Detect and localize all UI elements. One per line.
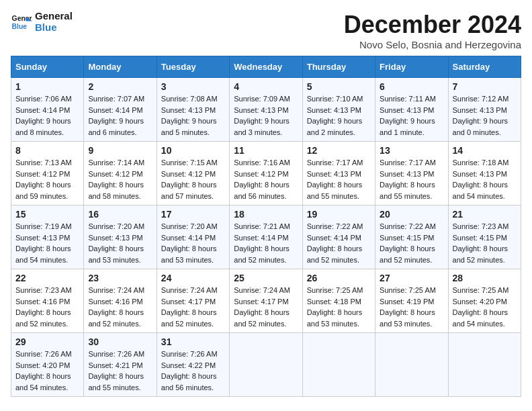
day-number: 17 <box>161 209 225 220</box>
sunset-text: Sunset: 4:21 PM <box>88 361 142 369</box>
sunrise-text: Sunrise: 7:20 AM <box>161 222 218 230</box>
sunset-text: Sunset: 4:20 PM <box>453 298 507 306</box>
sunset-text: Sunset: 4:13 PM <box>453 106 507 114</box>
day-info: Sunrise: 7:17 AM Sunset: 4:13 PM Dayligh… <box>307 157 371 201</box>
sunset-text: Sunset: 4:13 PM <box>307 170 361 178</box>
col-header-saturday: Saturday <box>448 56 521 78</box>
sunrise-text: Sunrise: 7:21 AM <box>234 222 290 230</box>
daylight-text: Daylight: 9 hours and 1 minute. <box>380 117 435 136</box>
day-number: 10 <box>161 145 225 156</box>
sunrise-text: Sunrise: 7:10 AM <box>307 95 363 103</box>
daylight-text: Daylight: 8 hours and 52 minutes. <box>88 308 144 328</box>
col-header-wednesday: Wednesday <box>230 56 302 78</box>
month-title: December 2024 <box>344 11 521 39</box>
day-info: Sunrise: 7:15 AM Sunset: 4:12 PM Dayligh… <box>161 157 225 201</box>
daylight-text: Daylight: 8 hours and 56 minutes. <box>161 372 217 392</box>
sunset-text: Sunset: 4:18 PM <box>307 298 361 306</box>
daylight-text: Daylight: 8 hours and 53 minutes. <box>161 244 217 264</box>
calendar-cell: 30 Sunrise: 7:26 AM Sunset: 4:21 PM Dayl… <box>84 333 157 397</box>
calendar-cell: 25 Sunrise: 7:24 AM Sunset: 4:17 PM Dayl… <box>230 269 302 333</box>
day-info: Sunrise: 7:09 AM Sunset: 4:13 PM Dayligh… <box>234 93 298 138</box>
calendar-cell: 9 Sunrise: 7:14 AM Sunset: 4:12 PM Dayli… <box>84 142 157 205</box>
day-info: Sunrise: 7:25 AM Sunset: 4:19 PM Dayligh… <box>380 285 443 329</box>
day-number: 21 <box>453 209 517 220</box>
sunset-text: Sunset: 4:13 PM <box>307 106 361 114</box>
day-info: Sunrise: 7:26 AM Sunset: 4:20 PM Dayligh… <box>15 349 79 393</box>
day-info: Sunrise: 7:19 AM Sunset: 4:13 PM Dayligh… <box>15 221 79 265</box>
calendar-week-row: 22 Sunrise: 7:23 AM Sunset: 4:16 PM Dayl… <box>11 269 521 333</box>
daylight-text: Daylight: 8 hours and 52 minutes. <box>380 244 435 264</box>
day-number: 19 <box>307 209 371 220</box>
daylight-text: Daylight: 8 hours and 54 minutes. <box>15 372 71 392</box>
col-header-friday: Friday <box>375 56 448 78</box>
day-info: Sunrise: 7:20 AM Sunset: 4:14 PM Dayligh… <box>161 221 225 265</box>
daylight-text: Daylight: 8 hours and 55 minutes. <box>380 181 435 200</box>
svg-text:General: General <box>12 15 32 22</box>
calendar-cell: 14 Sunrise: 7:18 AM Sunset: 4:13 PM Dayl… <box>448 142 521 205</box>
daylight-text: Daylight: 8 hours and 52 minutes. <box>234 308 290 328</box>
day-number: 16 <box>88 209 152 220</box>
day-info: Sunrise: 7:16 AM Sunset: 4:12 PM Dayligh… <box>234 157 298 201</box>
sunrise-text: Sunrise: 7:08 AM <box>161 95 218 103</box>
calendar-cell: 5 Sunrise: 7:10 AM Sunset: 4:13 PM Dayli… <box>302 78 375 142</box>
logo-icon: General Blue <box>11 11 32 33</box>
day-info: Sunrise: 7:22 AM Sunset: 4:14 PM Dayligh… <box>307 221 371 265</box>
sunset-text: Sunset: 4:13 PM <box>380 170 434 178</box>
calendar-cell: 29 Sunrise: 7:26 AM Sunset: 4:20 PM Dayl… <box>11 333 84 397</box>
sunset-text: Sunset: 4:13 PM <box>234 106 288 114</box>
sunrise-text: Sunrise: 7:26 AM <box>161 350 218 358</box>
day-number: 13 <box>380 145 443 156</box>
sunset-text: Sunset: 4:16 PM <box>15 298 70 306</box>
calendar-cell: 2 Sunrise: 7:07 AM Sunset: 4:14 PM Dayli… <box>84 78 157 142</box>
sunset-text: Sunset: 4:13 PM <box>380 106 434 114</box>
day-info: Sunrise: 7:13 AM Sunset: 4:12 PM Dayligh… <box>15 157 79 201</box>
day-info: Sunrise: 7:06 AM Sunset: 4:14 PM Dayligh… <box>15 93 79 138</box>
sunrise-text: Sunrise: 7:24 AM <box>234 286 290 294</box>
sunrise-text: Sunrise: 7:25 AM <box>453 286 509 294</box>
sunrise-text: Sunrise: 7:22 AM <box>380 222 436 230</box>
calendar-cell: 6 Sunrise: 7:11 AM Sunset: 4:13 PM Dayli… <box>375 78 448 142</box>
sunrise-text: Sunrise: 7:07 AM <box>88 95 144 103</box>
day-info: Sunrise: 7:17 AM Sunset: 4:13 PM Dayligh… <box>380 157 443 201</box>
sunset-text: Sunset: 4:12 PM <box>234 170 288 178</box>
sunset-text: Sunset: 4:19 PM <box>380 298 434 306</box>
sunrise-text: Sunrise: 7:12 AM <box>453 95 509 103</box>
calendar-cell: 7 Sunrise: 7:12 AM Sunset: 4:13 PM Dayli… <box>448 78 521 142</box>
day-number: 15 <box>15 209 79 220</box>
sunset-text: Sunset: 4:15 PM <box>380 234 434 242</box>
sunset-text: Sunset: 4:12 PM <box>88 170 142 178</box>
daylight-text: Daylight: 9 hours and 0 minutes. <box>453 117 508 136</box>
day-number: 4 <box>234 81 298 92</box>
sunrise-text: Sunrise: 7:24 AM <box>88 286 144 294</box>
day-info: Sunrise: 7:07 AM Sunset: 4:14 PM Dayligh… <box>88 93 152 138</box>
daylight-text: Daylight: 8 hours and 55 minutes. <box>307 181 363 200</box>
calendar-cell: 28 Sunrise: 7:25 AM Sunset: 4:20 PM Dayl… <box>448 269 521 333</box>
calendar-cell: 31 Sunrise: 7:26 AM Sunset: 4:22 PM Dayl… <box>157 333 229 397</box>
day-number: 22 <box>15 273 79 283</box>
day-info: Sunrise: 7:14 AM Sunset: 4:12 PM Dayligh… <box>88 157 152 201</box>
day-number: 24 <box>161 273 225 283</box>
calendar-cell: 13 Sunrise: 7:17 AM Sunset: 4:13 PM Dayl… <box>375 142 448 205</box>
calendar-table: SundayMondayTuesdayWednesdayThursdayFrid… <box>11 56 521 397</box>
day-info: Sunrise: 7:24 AM Sunset: 4:17 PM Dayligh… <box>161 285 225 329</box>
col-header-sunday: Sunday <box>11 56 84 78</box>
calendar-week-row: 8 Sunrise: 7:13 AM Sunset: 4:12 PM Dayli… <box>11 142 521 205</box>
daylight-text: Daylight: 8 hours and 53 minutes. <box>307 308 363 328</box>
sunrise-text: Sunrise: 7:15 AM <box>161 158 218 167</box>
sunrise-text: Sunrise: 7:25 AM <box>307 286 363 294</box>
calendar-cell: 18 Sunrise: 7:21 AM Sunset: 4:14 PM Dayl… <box>230 205 302 269</box>
calendar-cell: 22 Sunrise: 7:23 AM Sunset: 4:16 PM Dayl… <box>11 269 84 333</box>
location-subtitle: Novo Selo, Bosnia and Herzegovina <box>344 39 521 50</box>
calendar-week-row: 1 Sunrise: 7:06 AM Sunset: 4:14 PM Dayli… <box>11 78 521 142</box>
day-number: 30 <box>88 336 152 347</box>
sunrise-text: Sunrise: 7:16 AM <box>234 158 290 167</box>
sunrise-text: Sunrise: 7:23 AM <box>15 286 72 294</box>
calendar-cell: 8 Sunrise: 7:13 AM Sunset: 4:12 PM Dayli… <box>11 142 84 205</box>
calendar-cell: 19 Sunrise: 7:22 AM Sunset: 4:14 PM Dayl… <box>302 205 375 269</box>
day-info: Sunrise: 7:18 AM Sunset: 4:13 PM Dayligh… <box>453 157 517 201</box>
calendar-cell: 12 Sunrise: 7:17 AM Sunset: 4:13 PM Dayl… <box>302 142 375 205</box>
daylight-text: Daylight: 8 hours and 54 minutes. <box>453 308 508 328</box>
day-number: 11 <box>234 145 298 156</box>
svg-text:Blue: Blue <box>12 22 28 30</box>
daylight-text: Daylight: 8 hours and 59 minutes. <box>15 181 71 200</box>
